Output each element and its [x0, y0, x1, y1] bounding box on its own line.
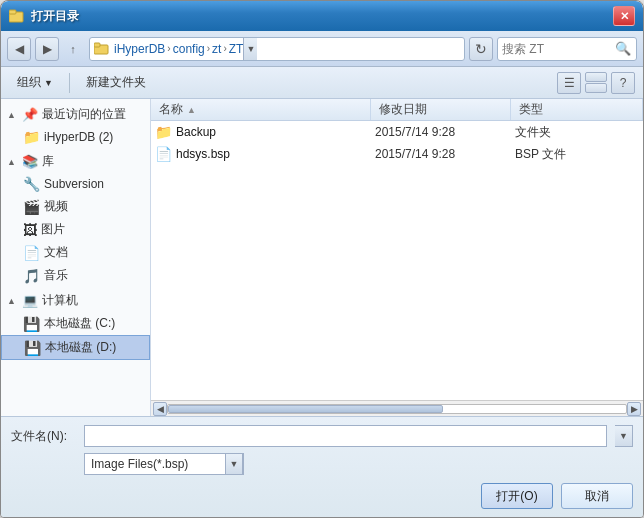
column-header-date[interactable]: 修改日期 — [371, 99, 511, 120]
sidebar-item-drive-c[interactable]: 💾 本地磁盘 (C:) — [1, 312, 150, 335]
refresh-icon: ↻ — [475, 41, 487, 57]
organize-button[interactable]: 组织 ▼ — [9, 71, 61, 95]
file-row-hdsys[interactable]: 📄 hdsys.bsp 2015/7/14 9:28 BSP 文件 — [151, 143, 643, 165]
open-button[interactable]: 打开(O) — [481, 483, 553, 509]
svg-rect-1 — [9, 10, 16, 14]
breadcrumb-sep-0: › — [167, 43, 170, 54]
videos-icon: 🎬 — [23, 199, 40, 215]
file-date-backup: 2015/7/14 9:28 — [375, 125, 515, 139]
open-directory-dialog: 打开目录 ✕ ◀ ▶ ↑ iHyperDB › config › zt › ZT — [0, 0, 644, 518]
filename-dropdown-btn[interactable]: ▼ — [615, 425, 633, 447]
videos-label: 视频 — [44, 198, 68, 215]
h-scrollbar[interactable]: ◀ ▶ — [151, 400, 643, 416]
music-icon: 🎵 — [23, 268, 40, 284]
file-list-header: 名称 ▲ 修改日期 类型 — [151, 99, 643, 121]
sidebar-group-recent: ▲ 📌 最近访问的位置 📁 iHyperDB (2) — [1, 103, 150, 148]
help-icon: ? — [620, 76, 627, 90]
recent-label: 最近访问的位置 — [42, 106, 126, 123]
scroll-right-btn[interactable]: ▶ — [627, 402, 641, 416]
toolbar-right: ☰ ? — [557, 72, 635, 94]
sidebar-item-drive-d[interactable]: 💾 本地磁盘 (D:) — [1, 335, 150, 360]
sidebar-item-subversion[interactable]: 🔧 Subversion — [1, 173, 150, 195]
subversion-label: Subversion — [44, 177, 104, 191]
sidebar-group-computer-header[interactable]: ▲ 💻 计算机 — [1, 289, 150, 312]
computer-label: 计算机 — [42, 292, 78, 309]
sidebar-item-images[interactable]: 🖼 图片 — [1, 218, 150, 241]
dialog-title: 打开目录 — [31, 8, 613, 25]
expand-icon-recent: ▲ — [7, 110, 16, 120]
scroll-left-btn[interactable]: ◀ — [153, 402, 167, 416]
forward-icon: ▶ — [43, 42, 52, 56]
h-scroll-thumb — [168, 405, 443, 413]
breadcrumb-item-3[interactable]: ZT — [229, 42, 244, 56]
search-icon[interactable]: 🔍 — [614, 40, 632, 58]
toolbar-separator — [69, 73, 70, 93]
svg-rect-3 — [94, 43, 100, 47]
search-input[interactable] — [502, 42, 614, 56]
breadcrumb-sep-2: › — [223, 43, 226, 54]
filename-row: 文件名(N): ▼ — [11, 425, 633, 447]
drive-d-label: 本地磁盘 (D:) — [45, 339, 116, 356]
sidebar-group-library-header[interactable]: ▲ 📚 库 — [1, 150, 150, 173]
breadcrumb-item-1[interactable]: config — [173, 42, 205, 56]
forward-button[interactable]: ▶ — [35, 37, 59, 61]
hdsys-file-icon: 📄 — [155, 146, 172, 162]
breadcrumb-dropdown[interactable]: ▼ — [243, 38, 257, 60]
refresh-button[interactable]: ↻ — [469, 37, 493, 61]
breadcrumb-item-2[interactable]: zt — [212, 42, 221, 56]
sidebar-item-videos[interactable]: 🎬 视频 — [1, 195, 150, 218]
sidebar-item-music[interactable]: 🎵 音乐 — [1, 264, 150, 287]
docs-label: 文档 — [44, 244, 68, 261]
breadcrumb-item-0[interactable]: iHyperDB — [114, 42, 165, 56]
view-icon: ☰ — [564, 76, 575, 90]
filename-label: 文件名(N): — [11, 428, 76, 445]
sidebar-item-ihyperdb[interactable]: 📁 iHyperDB (2) — [1, 126, 150, 148]
library-icon: 📚 — [22, 154, 38, 169]
drive-c-icon: 💾 — [23, 316, 40, 332]
file-type-hdsys: BSP 文件 — [515, 146, 639, 163]
cancel-button[interactable]: 取消 — [561, 483, 633, 509]
ihyperdb-icon: 📁 — [23, 129, 40, 145]
address-bar: ◀ ▶ ↑ iHyperDB › config › zt › ZT ▼ ↻ — [1, 31, 643, 67]
back-icon: ◀ — [15, 42, 24, 56]
title-bar-buttons: ✕ — [613, 6, 635, 26]
organize-label: 组织 — [17, 74, 41, 91]
back-button[interactable]: ◀ — [7, 37, 31, 61]
file-list: 📁 Backup 2015/7/14 9:28 文件夹 📄 hdsys.bsp … — [151, 121, 643, 400]
sidebar-group-recent-header[interactable]: ▲ 📌 最近访问的位置 — [1, 103, 150, 126]
close-button[interactable]: ✕ — [613, 6, 635, 26]
expand-icon-computer: ▲ — [7, 296, 16, 306]
sort-icon: ▲ — [187, 105, 196, 115]
docs-icon: 📄 — [23, 245, 40, 261]
images-label: 图片 — [41, 221, 65, 238]
sidebar-item-docs[interactable]: 📄 文档 — [1, 241, 150, 264]
drive-d-icon: 💾 — [24, 340, 41, 356]
library-label: 库 — [42, 153, 54, 170]
filetype-select[interactable]: Image Files(*.bsp) ▼ — [84, 453, 244, 475]
subversion-icon: 🔧 — [23, 176, 40, 192]
file-name-hdsys: 📄 hdsys.bsp — [155, 146, 375, 162]
column-header-name[interactable]: 名称 ▲ — [151, 99, 371, 120]
view-toggle-button[interactable]: ☰ — [557, 72, 581, 94]
folder-title-icon — [9, 8, 25, 24]
filetype-text: Image Files(*.bsp) — [85, 457, 225, 471]
search-box: 🔍 — [497, 37, 637, 61]
h-scroll-track[interactable] — [167, 404, 627, 414]
column-header-type[interactable]: 类型 — [511, 99, 643, 120]
filename-input[interactable] — [84, 425, 607, 447]
sidebar-group-computer: ▲ 💻 计算机 💾 本地磁盘 (C:) 💾 本地磁盘 (D:) — [1, 289, 150, 360]
file-row-backup[interactable]: 📁 Backup 2015/7/14 9:28 文件夹 — [151, 121, 643, 143]
drive-c-label: 本地磁盘 (C:) — [44, 315, 115, 332]
new-folder-label: 新建文件夹 — [86, 74, 146, 91]
new-folder-button[interactable]: 新建文件夹 — [78, 71, 154, 95]
up-icon: ↑ — [70, 43, 76, 55]
file-date-hdsys: 2015/7/14 9:28 — [375, 147, 515, 161]
music-label: 音乐 — [44, 267, 68, 284]
filetype-row: Image Files(*.bsp) ▼ — [11, 453, 633, 475]
up-button[interactable]: ↑ — [63, 39, 83, 59]
view-size-toggle[interactable] — [585, 72, 607, 93]
help-button[interactable]: ? — [611, 72, 635, 94]
filetype-dropdown-btn[interactable]: ▼ — [225, 453, 243, 475]
images-icon: 🖼 — [23, 222, 37, 238]
toolbar: 组织 ▼ 新建文件夹 ☰ ? — [1, 67, 643, 99]
